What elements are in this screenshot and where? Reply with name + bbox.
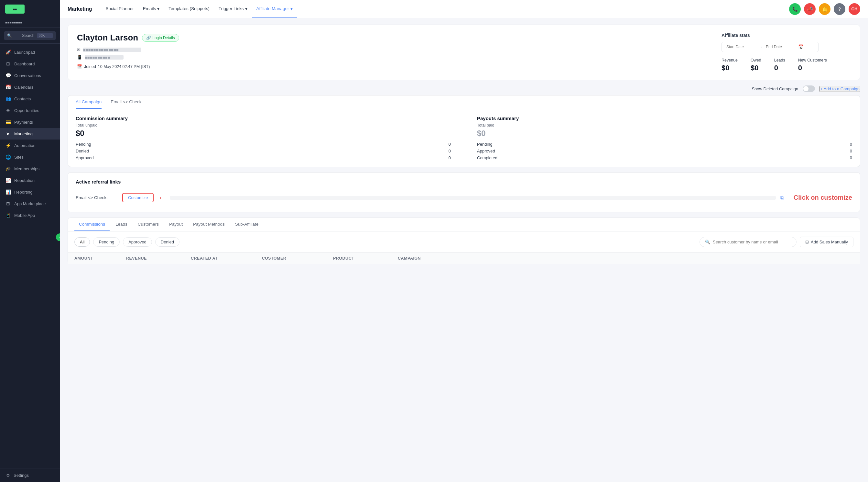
sidebar-item-payments[interactable]: 💳 Payments <box>0 116 60 128</box>
login-details-button[interactable]: 🔗 Login Details <box>142 34 179 42</box>
add-campaign-button[interactable]: + Add to a Campaign <box>819 86 860 92</box>
phone-icon[interactable]: 📞 <box>789 3 801 15</box>
copy-icon[interactable]: ⧉ <box>780 195 784 201</box>
joined-icon: 📅 <box>77 64 82 69</box>
sidebar-item-dashboard[interactable]: ⊞ Dashboard <box>0 58 60 69</box>
sidebar-item-conversations[interactable]: 💬 Conversations <box>0 69 60 81</box>
automation-icon: ⚡ <box>5 142 11 148</box>
profile-name-row: Clayton Larson 🔗 Login Details <box>77 33 709 43</box>
commissions-tab-leads[interactable]: Leads <box>111 218 132 231</box>
topbar-nav-trigger-links[interactable]: Trigger Links ▾ <box>214 0 252 18</box>
search-customer-box[interactable]: 🔍 <box>700 237 797 247</box>
topbar: Marketing Social PlannerEmails ▾Template… <box>60 0 868 18</box>
payouts-summary: Payouts summary Total paid $0 Pending0Ap… <box>464 116 852 160</box>
search-box[interactable]: 🔍 Search ⌘K <box>4 31 56 40</box>
sidebar-item-reputation[interactable]: 📈 Reputation <box>0 174 60 186</box>
sidebar: ■■ ■■■■■■■■ 🔍 Search ⌘K 🚀 Launchpad ⊞ Da… <box>0 0 60 482</box>
stats-grid: Revenue $0 Owed $0 Leads 0 New Customers… <box>721 58 851 72</box>
sidebar-item-mobile-app[interactable]: 📱 Mobile App <box>0 209 60 221</box>
filter-approved[interactable]: Approved <box>123 237 152 247</box>
reporting-icon: 📊 <box>5 189 11 195</box>
payments-icon: 💳 <box>5 119 11 125</box>
commission-row: Pending0 <box>76 142 451 147</box>
reputation-icon: 📈 <box>5 177 11 183</box>
calendar-icon[interactable]: 📅 <box>798 44 804 50</box>
conversations-icon: 💬 <box>5 73 11 78</box>
commissions-tab-sub-affiliate[interactable]: Sub-Affiliate <box>230 218 263 231</box>
commissions-tab-customers[interactable]: Customers <box>133 218 163 231</box>
login-details-icon: 🔗 <box>146 36 151 40</box>
summary-tab-email-check[interactable]: Email <> Check <box>111 95 141 109</box>
campaign-controls: Show Deleted Campaign + Add to a Campaig… <box>68 85 860 92</box>
row-label: Approved <box>76 155 94 160</box>
profile-left: Clayton Larson 🔗 Login Details ✉ ■■■■■■■… <box>77 33 709 72</box>
commissions-tab-commissions[interactable]: Commissions <box>74 218 110 231</box>
sidebar-item-label: Calendars <box>14 85 33 90</box>
row-value: 0 <box>850 149 852 153</box>
sidebar-item-label: Memberships <box>14 166 39 171</box>
memberships-icon: 🎓 <box>5 166 11 172</box>
stat-revenue: Revenue $0 <box>721 58 738 72</box>
filter-pending[interactable]: Pending <box>93 237 120 247</box>
sidebar-item-sites[interactable]: 🌐 Sites <box>0 151 60 163</box>
topbar-nav-affiliate-manager[interactable]: Affiliate Manager ▾ <box>252 0 297 18</box>
payout-row: Approved0 <box>477 149 852 153</box>
topbar-nav-templates[interactable]: Templates (Snippets) <box>164 0 214 18</box>
sidebar-logo-area: ■■ <box>0 0 60 17</box>
sidebar-item-memberships[interactable]: 🎓 Memberships <box>0 163 60 174</box>
summary-tab-all-campaign[interactable]: All Campaign <box>76 95 101 109</box>
sidebar-item-automation[interactable]: ⚡ Automation <box>0 140 60 151</box>
sidebar-item-app-marketplace[interactable]: ⊞ App Marketplace <box>0 198 60 209</box>
payouts-title: Payouts summary <box>477 116 852 121</box>
filter-all[interactable]: All <box>74 237 90 247</box>
sidebar-search-area[interactable]: 🔍 Search ⌘K <box>0 28 60 44</box>
commissions-tab-payout[interactable]: Payout <box>165 218 187 231</box>
sidebar-item-label: Contacts <box>14 96 31 101</box>
date-arrow-icon: → <box>759 45 763 49</box>
stat-value-revenue: $0 <box>721 64 738 72</box>
sidebar-item-label: Dashboard <box>14 61 35 66</box>
help-icon[interactable]: ? <box>834 3 845 15</box>
col-revenue-header: Revenue <box>126 256 191 261</box>
start-date-input[interactable] <box>726 45 755 49</box>
summary-card: All CampaignEmail <> Check Commission su… <box>68 95 860 167</box>
bell-icon[interactable]: 🔔 <box>819 3 831 15</box>
payouts-total-label: Total paid <box>477 123 852 127</box>
date-range-picker[interactable]: → 📅 <box>721 42 818 52</box>
sidebar-item-label: Sites <box>14 155 24 160</box>
show-deleted-label: Show Deleted Campaign <box>751 86 798 91</box>
search-customer-input[interactable] <box>713 239 791 245</box>
filter-denied[interactable]: Denied <box>155 237 180 247</box>
marketing-icon: ➤ <box>5 131 11 137</box>
row-value: 0 <box>448 149 451 153</box>
row-value: 0 <box>850 142 852 147</box>
referral-campaign-label: Email <> Check: <box>76 195 118 200</box>
dropdown-arrow: ▾ <box>157 6 159 11</box>
sidebar-item-calendars[interactable]: 📅 Calendars <box>0 81 60 93</box>
end-date-input[interactable] <box>766 45 795 49</box>
col-amount-header: Amount <box>74 256 126 261</box>
sidebar-item-reporting[interactable]: 📊 Reporting <box>0 186 60 198</box>
commission-total-value: $0 <box>76 129 451 138</box>
commissions-tab-payout-methods[interactable]: Payout Methods <box>189 218 229 231</box>
sidebar-account[interactable]: ■■■■■■■■ <box>0 17 60 28</box>
sidebar-item-opportunities[interactable]: ⊕ Opportunities <box>0 105 60 116</box>
row-label: Denied <box>76 149 89 153</box>
sidebar-item-marketing[interactable]: ➤ Marketing <box>0 128 60 140</box>
customize-button[interactable]: Customize <box>122 193 154 202</box>
topbar-nav-social-planner[interactable]: Social Planner <box>101 0 138 18</box>
topbar-icons: 📞📣🔔?CH <box>789 3 860 15</box>
sites-icon: 🌐 <box>5 154 11 160</box>
add-sales-button[interactable]: ⊞Add Sales Manually <box>800 237 854 247</box>
sidebar-item-contacts[interactable]: 👥 Contacts <box>0 93 60 105</box>
opportunities-icon: ⊕ <box>5 108 11 113</box>
avatar-icon[interactable]: CH <box>848 3 860 15</box>
topbar-nav-emails[interactable]: Emails ▾ <box>138 0 164 18</box>
affiliate-stats: Affiliate stats → 📅 Revenue $0 Owed $0 L… <box>721 33 851 72</box>
megaphone-icon[interactable]: 📣 <box>804 3 816 15</box>
show-deleted-toggle[interactable] <box>803 85 815 92</box>
settings-item[interactable]: ⚙ Settings <box>0 468 60 482</box>
sidebar-item-launchpad[interactable]: 🚀 Launchpad <box>0 46 60 58</box>
payouts-rows: Pending0Approved0Completed0 <box>477 142 852 160</box>
table-header: Amount Revenue Created At Customer Produ… <box>68 253 860 264</box>
